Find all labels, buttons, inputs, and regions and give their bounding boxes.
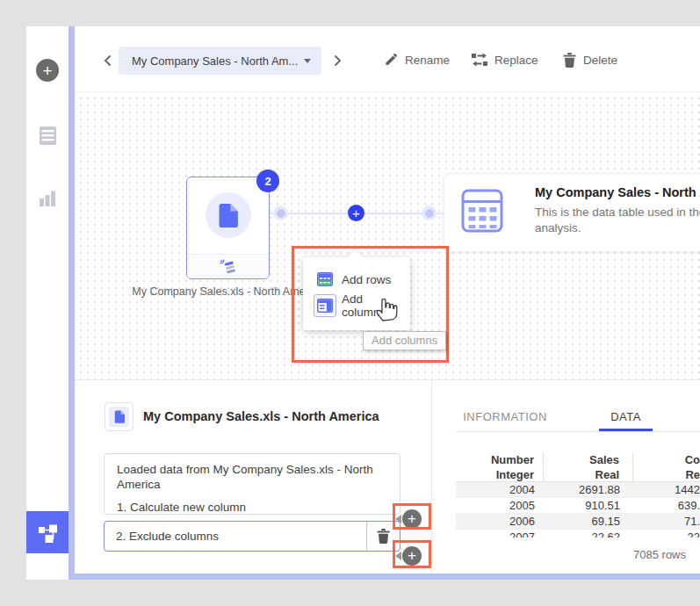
delete-label: Delete bbox=[583, 54, 617, 67]
data-table-icon bbox=[461, 189, 503, 233]
cell: 2007 bbox=[456, 530, 544, 537]
add-rows-icon bbox=[314, 268, 336, 291]
file-tile bbox=[105, 402, 134, 431]
table-row: 2007 22.62 22 bbox=[456, 530, 700, 537]
column-type: Re bbox=[633, 467, 700, 481]
insert-pointer-icon bbox=[395, 552, 401, 560]
source-node-label: My Company Sales.xls - North America bbox=[122, 285, 333, 298]
rename-label: Rename bbox=[405, 54, 450, 67]
connector-junction-dot[interactable] bbox=[422, 206, 437, 220]
data-table-node[interactable]: My Company Sales - North America This is… bbox=[444, 173, 700, 252]
panel-accent-bottom bbox=[75, 574, 700, 580]
menu-item-add-rows[interactable]: Add rows bbox=[303, 267, 410, 292]
data-canvas-window: My Company Sales - North Am... Rename Re… bbox=[75, 26, 700, 574]
trash-icon bbox=[563, 53, 576, 68]
data-table-description: This is the data table used in the analy… bbox=[535, 205, 700, 236]
delete-button[interactable]: Delete bbox=[563, 53, 617, 68]
canvas-toolbar: My Company Sales - North Am... Rename Re… bbox=[75, 26, 700, 91]
tab-divider bbox=[456, 431, 700, 432]
sidebar: + bbox=[26, 26, 69, 580]
table-row: 2005 910.51 639. bbox=[456, 498, 700, 514]
page: + My Company bbox=[0, 0, 700, 606]
cell: 22.62 bbox=[544, 530, 633, 537]
column-name: Sales bbox=[544, 452, 633, 467]
data-wrangling-icon bbox=[220, 259, 237, 275]
table-row: 2004 2691.88 1442 bbox=[456, 482, 700, 498]
sidebar-item-pages[interactable] bbox=[26, 118, 69, 153]
details-panel: My Company Sales.xls - North America Loa… bbox=[75, 379, 700, 574]
replace-button[interactable]: Replace bbox=[472, 53, 538, 67]
table-header-row: Number Sales Co bbox=[456, 452, 700, 467]
file-tile-avatar bbox=[109, 407, 129, 427]
source-file-node[interactable] bbox=[186, 177, 270, 279]
column-type: Integer bbox=[456, 467, 544, 481]
column-name: Number bbox=[456, 452, 544, 467]
connector-junction-dot[interactable] bbox=[273, 206, 288, 220]
history-loaded-text: Loaded data from My Company Sales.xls - … bbox=[117, 462, 386, 492]
source-node-avatar bbox=[206, 192, 251, 238]
step-2-label: 2. Exclude columns bbox=[105, 530, 366, 543]
sidebar-item-visualizations[interactable] bbox=[26, 181, 69, 216]
cell: 2006 bbox=[456, 514, 544, 529]
column-type: Real bbox=[544, 467, 633, 481]
chevron-down-icon bbox=[304, 59, 311, 63]
node-count-badge: 2 bbox=[256, 170, 279, 192]
cell: 910.51 bbox=[544, 498, 633, 513]
file-icon bbox=[114, 410, 125, 423]
bar-chart-icon bbox=[38, 189, 57, 208]
source-node-footer bbox=[187, 254, 269, 278]
cell: 2691.88 bbox=[544, 482, 633, 497]
cell: 639. bbox=[633, 498, 700, 513]
trash-icon bbox=[377, 529, 390, 544]
cell: 69.15 bbox=[544, 514, 633, 529]
previous-table-button[interactable] bbox=[101, 54, 115, 68]
flow-diagram-icon bbox=[36, 521, 59, 544]
data-preview-table: Number Sales Co Integer Real Re 2004 269… bbox=[456, 452, 700, 537]
details-title: My Company Sales.xls - North America bbox=[143, 409, 379, 423]
replace-icon bbox=[472, 53, 487, 67]
menu-caret bbox=[347, 249, 363, 265]
sidebar-item-data-canvas[interactable] bbox=[26, 511, 69, 553]
graph-canvas[interactable]: 2 My Company Sales.xls - North America + bbox=[75, 91, 700, 379]
column-name: Co bbox=[633, 452, 700, 467]
chevron-right-icon bbox=[330, 54, 344, 68]
step-card-exclude-columns[interactable]: 2. Exclude columns bbox=[104, 521, 401, 552]
cell: 22 bbox=[633, 530, 700, 537]
pencil-icon bbox=[384, 53, 398, 67]
replace-label: Replace bbox=[494, 54, 538, 67]
history-step-1: 1. Calculate new column bbox=[117, 500, 387, 515]
cell: 2005 bbox=[456, 498, 544, 513]
next-table-button[interactable] bbox=[330, 54, 344, 68]
tab-data[interactable]: DATA bbox=[599, 410, 653, 423]
row-count-label: 7085 rows bbox=[633, 548, 686, 561]
list-icon bbox=[39, 126, 57, 146]
panel-accent-left bbox=[69, 26, 75, 580]
hand-cursor-icon bbox=[374, 293, 398, 322]
data-table-title: My Company Sales - North America bbox=[535, 185, 700, 199]
insert-pointer-icon bbox=[395, 515, 401, 523]
table-selector-dropdown[interactable]: My Company Sales - North Am... bbox=[119, 47, 321, 75]
insert-step-button-2[interactable]: + bbox=[402, 546, 422, 566]
rename-button[interactable]: Rename bbox=[384, 53, 450, 67]
plus-circle-icon: + bbox=[36, 59, 59, 82]
tab-information[interactable]: INFORMATION bbox=[452, 410, 558, 423]
insert-step-button-1[interactable]: + bbox=[402, 509, 422, 529]
menu-item-label: Add rows bbox=[342, 273, 391, 286]
table-type-row: Integer Real Re bbox=[456, 467, 700, 482]
add-transformation-button[interactable]: + bbox=[348, 205, 364, 221]
add-columns-icon bbox=[314, 294, 336, 317]
delete-step-button[interactable] bbox=[366, 522, 400, 551]
cell: 2004 bbox=[456, 482, 544, 497]
history-card[interactable]: Loaded data from My Company Sales.xls - … bbox=[104, 453, 401, 515]
chevron-left-icon bbox=[101, 54, 115, 68]
cell: 1442 bbox=[633, 482, 700, 497]
table-selector-label: My Company Sales - North Am... bbox=[132, 54, 298, 68]
table-row: 2006 69.15 71. bbox=[456, 514, 700, 530]
file-icon bbox=[218, 204, 238, 227]
panel-divider bbox=[431, 380, 432, 574]
add-button[interactable]: + bbox=[26, 53, 69, 88]
cell: 71. bbox=[633, 514, 700, 529]
tooltip: Add columns bbox=[363, 331, 446, 350]
